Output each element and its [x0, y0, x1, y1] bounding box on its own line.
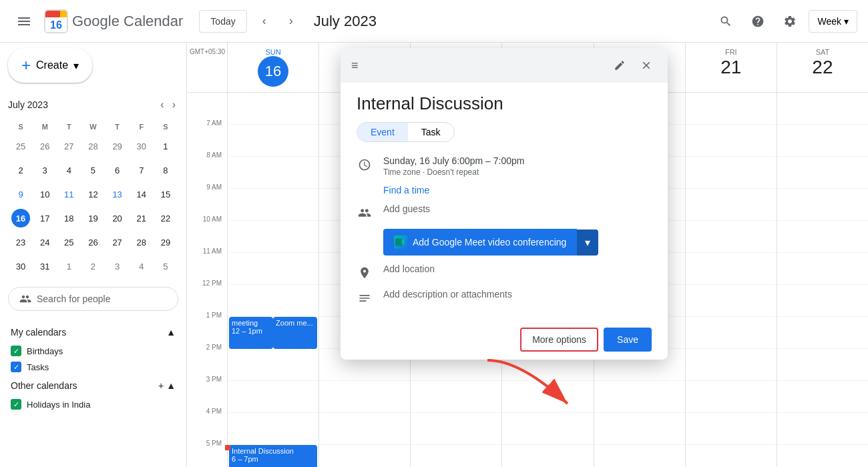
- day-header-sat[interactable]: SAT 22: [777, 43, 868, 92]
- mini-cal-day[interactable]: 11: [57, 183, 80, 205]
- day-header-sun[interactable]: SUN 16: [227, 43, 318, 92]
- day-num-sat: 22: [780, 56, 865, 79]
- create-button[interactable]: + Create ▾: [8, 48, 92, 83]
- tab-task[interactable]: Task: [408, 123, 454, 141]
- mini-cal-day[interactable]: 4: [57, 159, 80, 181]
- next-arrow[interactable]: ›: [279, 9, 303, 33]
- other-calendars-header[interactable]: Other calendars + ▲: [8, 375, 178, 396]
- mini-cal-day[interactable]: 4: [130, 255, 153, 278]
- mini-cal-day[interactable]: 7: [130, 159, 153, 181]
- birthdays-checkbox[interactable]: ✓: [11, 346, 21, 356]
- add-guests-text[interactable]: Add guests: [383, 203, 430, 214]
- mini-cal-day[interactable]: 3: [33, 159, 56, 181]
- check-icon: ✓: [13, 347, 19, 356]
- mini-cal-day[interactable]: 18: [57, 207, 80, 229]
- mini-cal-day[interactable]: 30: [9, 255, 32, 278]
- mini-cal-day[interactable]: 24: [33, 231, 56, 254]
- more-options-button[interactable]: More options: [520, 328, 598, 352]
- mini-cal-day[interactable]: 5: [154, 255, 177, 278]
- add-location-text[interactable]: Add location: [383, 264, 435, 274]
- mini-cal-today[interactable]: 16: [9, 207, 32, 229]
- mini-cal-day[interactable]: 19: [81, 207, 104, 229]
- mini-cal-day[interactable]: 3: [106, 255, 129, 278]
- mini-cal-day[interactable]: 21: [130, 207, 153, 229]
- prev-arrow[interactable]: ‹: [252, 9, 276, 33]
- time-label-5pm: 5 PM: [187, 440, 227, 467]
- event-meeting[interactable]: meeting 12 – 1pm: [229, 317, 273, 349]
- calendar-item-holidays[interactable]: ✓ Holidays in India: [8, 396, 178, 412]
- today-button[interactable]: Today: [199, 10, 246, 33]
- add-description-text[interactable]: Add description or attachments: [383, 289, 512, 300]
- save-button[interactable]: Save: [604, 328, 652, 352]
- mini-cal-day[interactable]: 13: [106, 183, 129, 205]
- mini-cal-day[interactable]: 10: [33, 183, 56, 205]
- view-selector[interactable]: Week ▾: [809, 10, 857, 33]
- mini-cal-day[interactable]: 6: [106, 159, 129, 181]
- mini-cal-day[interactable]: 27: [57, 135, 80, 157]
- day-num-fri: 21: [688, 56, 774, 79]
- search-button[interactable]: [712, 8, 739, 35]
- mini-cal-day[interactable]: 29: [106, 135, 129, 157]
- mini-cal-day[interactable]: 1: [154, 135, 177, 157]
- mini-cal-day[interactable]: 12: [81, 183, 104, 205]
- tasks-checkbox[interactable]: ✓: [11, 362, 21, 372]
- mini-cal-day[interactable]: 22: [154, 207, 177, 229]
- settings-button[interactable]: [777, 8, 803, 35]
- calendar-item-tasks[interactable]: ✓ Tasks: [8, 359, 178, 375]
- mini-cal-day[interactable]: 26: [81, 231, 104, 254]
- mini-cal-day[interactable]: 15: [154, 183, 177, 205]
- mini-cal-day[interactable]: 2: [81, 255, 104, 278]
- mini-cal-day[interactable]: 8: [154, 159, 177, 181]
- app-logo: 16 Google Calendar: [43, 8, 183, 35]
- menu-button[interactable]: [11, 8, 37, 35]
- calendar-item-birthdays[interactable]: ✓ Birthdays: [8, 343, 178, 359]
- find-time-link[interactable]: Find a time: [383, 185, 652, 195]
- mini-cal-day[interactable]: 29: [154, 231, 177, 254]
- tab-event[interactable]: Event: [357, 123, 408, 141]
- my-calendars-header[interactable]: My calendars ▲: [8, 322, 178, 343]
- create-label: Create: [36, 59, 68, 71]
- mini-cal-day[interactable]: 1: [57, 255, 80, 278]
- mini-cal-day[interactable]: 17: [33, 207, 56, 229]
- help-button[interactable]: [744, 8, 771, 35]
- mini-cal-day[interactable]: 25: [57, 231, 80, 254]
- add-google-meet-button[interactable]: Add Google Meet video conferencing: [383, 229, 577, 256]
- event-zoom[interactable]: Zoom me...: [273, 317, 317, 349]
- datetime-row: Sunday, 16 July 6:00pm – 7:00pm Time zon…: [357, 155, 652, 177]
- event-time: 6 – 7pm: [232, 455, 314, 463]
- add-other-calendar-icon[interactable]: +: [158, 380, 164, 391]
- mini-cal-day[interactable]: 9: [9, 183, 32, 205]
- guests-icon: [357, 205, 373, 221]
- mini-cal-next[interactable]: ›: [170, 96, 178, 113]
- day-header-fri[interactable]: FRI 21: [685, 43, 777, 92]
- mini-cal-day[interactable]: 20: [106, 207, 129, 229]
- popup-event-title: Internal Discussion: [357, 93, 652, 114]
- view-dropdown-icon: ▾: [844, 16, 849, 27]
- holidays-checkbox[interactable]: ✓: [11, 399, 21, 410]
- search-people[interactable]: Search for people: [8, 287, 178, 311]
- mini-cal-day[interactable]: 26: [33, 135, 56, 157]
- mini-cal-day[interactable]: 5: [81, 159, 104, 181]
- day-name-sun: SUN: [230, 48, 316, 56]
- popup-close-button[interactable]: [636, 55, 657, 76]
- mini-cal-prev[interactable]: ‹: [158, 96, 166, 113]
- mini-cal-day[interactable]: 23: [9, 231, 32, 254]
- event-title: meeting: [232, 319, 270, 327]
- popup-tabs: Event Task: [357, 122, 455, 142]
- google-meet-row: Add Google Meet video conferencing ▾: [383, 229, 652, 256]
- dow-f: F: [130, 120, 153, 133]
- meet-dropdown-button[interactable]: ▾: [577, 229, 598, 256]
- mini-cal-day[interactable]: 2: [9, 159, 32, 181]
- mini-cal-day[interactable]: 28: [130, 231, 153, 254]
- mini-cal-day[interactable]: 27: [106, 231, 129, 254]
- mini-cal-day[interactable]: 25: [9, 135, 32, 157]
- mini-cal-day[interactable]: 30: [130, 135, 153, 157]
- mini-cal-day[interactable]: 31: [33, 255, 56, 278]
- edit-button[interactable]: [609, 55, 630, 76]
- search-people-label: Search for people: [37, 294, 111, 304]
- drag-handle-icon: ≡: [351, 59, 359, 73]
- mini-cal-day[interactable]: 14: [130, 183, 153, 205]
- svg-rect-0: [395, 238, 402, 246]
- mini-cal-day[interactable]: 28: [81, 135, 104, 157]
- event-internal-discussion[interactable]: Internal Discussion 6 – 7pm: [229, 445, 317, 467]
